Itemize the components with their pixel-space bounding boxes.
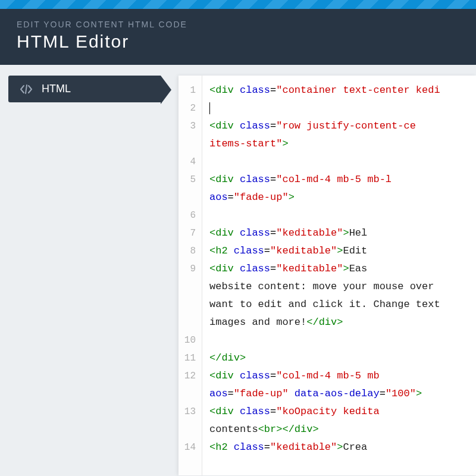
header-title: HTML Editor [17, 32, 459, 52]
line-number: 10 [178, 331, 202, 349]
tab-label: HTML [42, 83, 71, 95]
code-line[interactable]: </div> [209, 349, 476, 367]
code-line[interactable]: <div class="container text-center kedi [209, 82, 476, 99]
code-line[interactable]: <div class="row justify-content-ceitems-… [209, 117, 476, 153]
code-line[interactable] [209, 153, 476, 171]
code-line[interactable]: <h2 class="keditable">Edit [209, 242, 476, 260]
line-number-gutter: 1234567891011121314 [178, 76, 202, 475]
header: EDIT YOUR CONTENT HTML CODE HTML Editor [0, 9, 476, 65]
sidebar: HTML [0, 65, 161, 475]
code-line[interactable] [209, 99, 476, 117]
content-area: HTML 1234567891011121314 <div class="con… [0, 65, 476, 475]
line-number: 6 [178, 206, 202, 224]
line-number: 9 [178, 260, 202, 331]
text-cursor [209, 102, 210, 114]
code-line[interactable] [209, 206, 476, 224]
line-number: 3 [178, 117, 202, 153]
code-line[interactable] [209, 331, 476, 349]
code-line[interactable]: <div class="col-md-4 mb-5 mb-laos="fade-… [209, 171, 476, 206]
code-line[interactable]: <div class="koOpacity keditacontents<br>… [209, 403, 476, 439]
line-number: 13 [178, 403, 202, 439]
line-number: 2 [178, 99, 202, 117]
code-line[interactable]: <div class="keditable">Hel [209, 224, 476, 242]
line-number: 14 [178, 439, 202, 456]
svg-line-0 [26, 85, 27, 93]
line-number: 5 [178, 171, 202, 206]
line-number: 4 [178, 153, 202, 171]
tab-html[interactable]: HTML [8, 76, 161, 102]
code-icon [20, 84, 32, 94]
line-number: 7 [178, 224, 202, 242]
code-line[interactable]: <h2 class="keditable">Crea [209, 439, 476, 456]
accent-stripe [0, 0, 476, 9]
code-content[interactable]: <div class="container text-center kedi <… [202, 76, 476, 475]
line-number: 8 [178, 242, 202, 260]
line-number: 12 [178, 367, 202, 403]
code-line[interactable]: <div class="col-md-4 mb-5 mbaos="fade-up… [209, 367, 476, 403]
code-line[interactable]: <div class="keditable">Easwebsite conten… [209, 260, 476, 331]
line-number: 1 [178, 82, 202, 99]
code-editor[interactable]: 1234567891011121314 <div class="containe… [178, 76, 476, 475]
line-number: 11 [178, 349, 202, 367]
header-subtitle: EDIT YOUR CONTENT HTML CODE [17, 20, 459, 29]
